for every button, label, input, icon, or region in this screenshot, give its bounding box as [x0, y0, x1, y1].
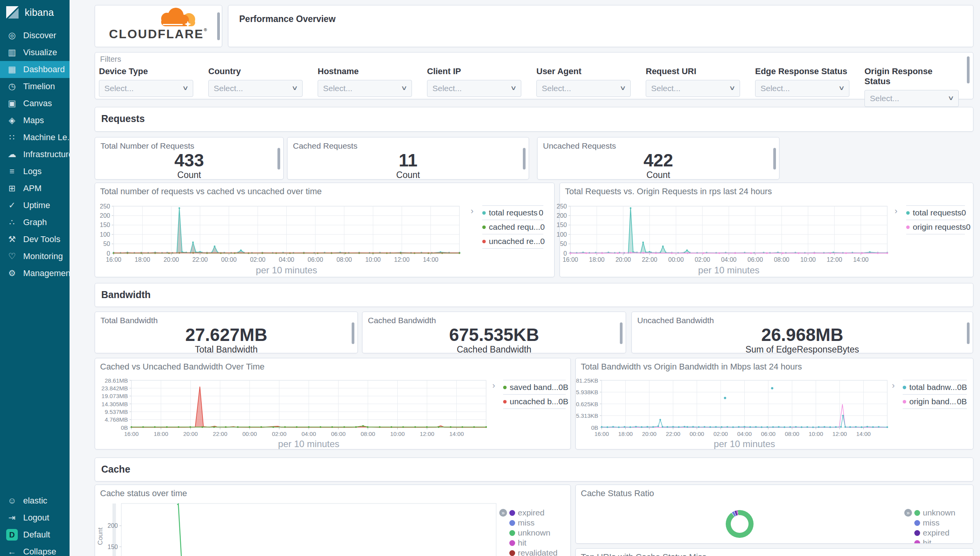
svg-text:0: 0	[107, 250, 110, 257]
legend-item-miss[interactable]: miss	[509, 518, 558, 528]
scrollbar-thumb[interactable]	[967, 56, 970, 83]
sidebar-item-dashboard[interactable]: ▦Dashboard	[0, 61, 70, 78]
scrollbar-thumb[interactable]	[523, 148, 526, 170]
scrollbar-thumb[interactable]	[352, 322, 354, 344]
filter-field-client-ip: Client IPSelect...∨	[427, 66, 521, 107]
svg-text:4.768MB: 4.768MB	[105, 416, 128, 423]
legend-toggle-icon[interactable]: ›	[895, 207, 897, 215]
scrollbar-thumb[interactable]	[217, 12, 220, 40]
panel-cache-status-ratio: Cache Status Ratio » unknownmissexpiredh…	[575, 485, 973, 544]
svg-text:20:00: 20:00	[163, 256, 179, 263]
dashboard-content: CLOUDFLARE® Performance Overview Filters…	[0, 0, 980, 556]
legend-item-saved-band[interactable]: saved band...0B	[503, 380, 566, 394]
legend-item-total-badnw[interactable]: total badnw...0B	[903, 380, 967, 394]
legend-toggle-icon[interactable]: »	[904, 509, 912, 517]
legend-toggle-icon[interactable]: »	[499, 509, 507, 517]
legend-item-cached-requ[interactable]: cached requ...0	[482, 220, 543, 234]
sidebar-item-logs[interactable]: ≡Logs	[0, 163, 70, 180]
legend-value: 0B	[558, 383, 568, 392]
svg-text:04:00: 04:00	[279, 256, 294, 263]
legend-item-revalidated[interactable]: revalidated	[509, 548, 558, 556]
legend-dot-icon	[903, 400, 906, 403]
legend-item-origin-requests[interactable]: origin requests0	[906, 220, 965, 234]
sidebar-item-monitoring[interactable]: ♡Monitoring	[0, 248, 70, 265]
svg-text:08:00: 08:00	[774, 256, 789, 263]
scrollbar-thumb[interactable]	[620, 322, 623, 344]
panel-bandwidth-over-time-chart: Cached vs Uncached Bandwidth Over Time 2…	[95, 358, 571, 449]
svg-text:18:00: 18:00	[135, 256, 150, 263]
sidebar-item-uptime[interactable]: ✓Uptime	[0, 197, 70, 214]
legend-toggle-icon[interactable]: ›	[892, 381, 895, 390]
filter-select-request-uri[interactable]: Select...∨	[646, 80, 740, 97]
sidebar-item-canvas[interactable]: ▣Canvas	[0, 95, 70, 112]
svg-text:250: 250	[100, 203, 110, 210]
chart-title: Cache Status Ratio	[581, 488, 654, 498]
filter-select-client-ip[interactable]: Select...∨	[427, 80, 521, 97]
legend-item-expired[interactable]: expired	[914, 528, 955, 538]
sidebar-item-maps[interactable]: ◈Maps	[0, 112, 70, 129]
legend-item-origin-band[interactable]: origin band...0B	[903, 394, 967, 409]
metric-panel-total-bandwidth: Total Bandwidth 27.627MB Total Bandwidth	[95, 312, 358, 353]
legend-item-hit[interactable]: hit	[509, 538, 558, 548]
panel-cloudflare-logo: CLOUDFLARE®	[95, 5, 222, 47]
legend-item-unknown[interactable]: unknown	[509, 528, 558, 538]
legend-dot-icon	[509, 540, 515, 546]
sidebar-item-label: Dev Tools	[23, 234, 60, 244]
cache-status-ratio-donut[interactable]	[726, 510, 754, 538]
scrollbar-thumb[interactable]	[773, 148, 776, 170]
kibana-brand[interactable]: kibana	[0, 0, 70, 25]
filter-select-edge-response-status[interactable]: Select...∨	[755, 80, 849, 97]
sidebar-item-collapse[interactable]: ←Collapse	[0, 543, 70, 556]
legend-item-expired[interactable]: expired	[509, 508, 558, 518]
filter-select-hostname[interactable]: Select...∨	[318, 80, 412, 97]
legend-value: 0	[540, 237, 545, 246]
sidebar-item-discover[interactable]: ◎Discover	[0, 27, 70, 44]
legend-item-uncached-re[interactable]: uncached re...0	[482, 234, 543, 249]
svg-text:18:00: 18:00	[589, 256, 604, 263]
sidebar-item-label: Graph	[23, 217, 47, 227]
scrollbar-thumb[interactable]	[967, 322, 970, 344]
filter-select-origin-response-status[interactable]: Select...∨	[864, 90, 959, 107]
sidebar-item-logout[interactable]: ⇥Logout	[0, 509, 70, 526]
metric-value: 675.535KB	[368, 325, 620, 344]
cloudflare-cloud-icon	[149, 7, 207, 29]
filter-select-user-agent[interactable]: Select...∨	[536, 80, 631, 97]
filter-label: Origin Response Status	[864, 66, 959, 86]
metric-value: 26.968MB	[637, 325, 967, 344]
svg-text:195.313KB: 195.313KB	[576, 412, 598, 419]
svg-text:12:00: 12:00	[394, 256, 410, 263]
filter-field-country: CountrySelect...∨	[208, 66, 303, 107]
scrollbar-thumb[interactable]	[277, 148, 280, 170]
chart-legend: total requests0origin requests0	[906, 205, 965, 234]
sidebar-item-elastic[interactable]: ☺elastic	[0, 492, 70, 509]
sidebar-item-timelion[interactable]: ◷Timelion	[0, 78, 70, 95]
svg-text:23.842MB: 23.842MB	[102, 385, 128, 392]
legend-item-miss[interactable]: miss	[914, 518, 955, 528]
svg-text:12:00: 12:00	[420, 431, 434, 437]
legend-item-total-requests[interactable]: total requests0	[906, 205, 965, 220]
filter-label: Edge Response Status	[755, 66, 849, 76]
svg-text:50: 50	[103, 241, 110, 247]
legend-toggle-icon[interactable]: ›	[471, 207, 473, 215]
sidebar-item-management[interactable]: ⚙Management	[0, 265, 70, 282]
legend-toggle-icon[interactable]: ›	[492, 381, 495, 390]
legend-value: 0B	[957, 383, 967, 392]
svg-text:14.305MB: 14.305MB	[102, 401, 128, 407]
sidebar-nav: ◎Discover▥Visualize▦Dashboard◷Timelion▣C…	[0, 27, 70, 282]
legend-dot-icon	[482, 211, 486, 215]
legend-item-uncached-b[interactable]: uncached b...0B	[503, 394, 566, 409]
sidebar-item-default[interactable]: DDefault	[0, 526, 70, 543]
legend-item-unknown[interactable]: unknown	[914, 508, 955, 518]
legend-item-total-requests[interactable]: total requests0	[482, 205, 543, 220]
legend-item-hit[interactable]: hit	[914, 538, 955, 544]
filter-select-country[interactable]: Select...∨	[208, 80, 303, 97]
sidebar-item-visualize[interactable]: ▥Visualize	[0, 44, 70, 61]
sidebar-item-dev-tools[interactable]: ⚒Dev Tools	[0, 231, 70, 248]
svg-text:02:00: 02:00	[250, 256, 265, 263]
legend-dot-icon	[906, 211, 910, 215]
sidebar-item-apm[interactable]: ⊞APM	[0, 180, 70, 197]
sidebar-item-infrastructure[interactable]: ☁Infrastructure	[0, 146, 70, 163]
sidebar-item-machine-le[interactable]: ∷Machine Le...	[0, 129, 70, 146]
sidebar-item-graph[interactable]: ∴Graph	[0, 214, 70, 231]
filter-select-device-type[interactable]: Select...∨	[99, 80, 193, 97]
